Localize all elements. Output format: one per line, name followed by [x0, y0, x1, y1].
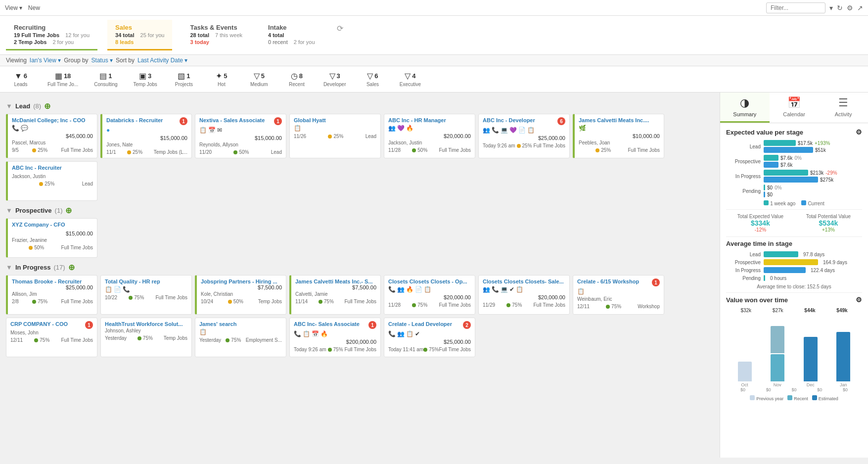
- card-abc-hr-title: ABC Inc - HR Manager: [388, 117, 471, 123]
- bar-inprogress-prev: [764, 170, 808, 176]
- lead-add-btn[interactable]: ⊕: [44, 101, 50, 111]
- card-closets-op[interactable]: Closets Closets Closets - Op... 📞👥🔥📄📋 $2…: [384, 275, 475, 315]
- filter-input[interactable]: [766, 2, 825, 13]
- chip-sales[interactable]: ▽ 6 Sales: [358, 69, 387, 89]
- card-xyz-cfo-person: Frazier, Jeanine: [12, 237, 93, 243]
- card-abc-hr[interactable]: ABC Inc - HR Manager 👥💜🔥 $20,000.00 Jack…: [384, 114, 475, 158]
- tab-sales[interactable]: Sales 34 total 25 for you 8 leads: [107, 20, 172, 50]
- card-jobspring[interactable]: Jobspring Partners - Hiring ... $7,500.0…: [195, 275, 286, 315]
- sort-by-label: Sort by: [116, 57, 135, 64]
- card-nextiva-amount: $15,000.00: [199, 135, 282, 141]
- chip-tempjobs[interactable]: ▣ 3 Temp Jobs: [130, 69, 161, 89]
- won-nov-recent-bar: [771, 354, 784, 381]
- summary-tab-label: Summary: [733, 111, 756, 117]
- tab-summary[interactable]: ◑ Summary: [720, 93, 770, 123]
- inprogress-caret[interactable]: ▼: [6, 264, 12, 271]
- chip-projects[interactable]: ▧ 1 Projects: [169, 69, 199, 89]
- card-total-quality[interactable]: Total Quality - HR rep 📋📄📞 10/22 75% Ful…: [100, 275, 192, 315]
- expected-value-title: Expected value per stage ⚙: [726, 128, 862, 136]
- export-btn[interactable]: ↗: [857, 4, 863, 12]
- filter-dropdown-btn[interactable]: ▾: [829, 4, 833, 12]
- card-james-search-footer: Yesterday 75% Employment S...: [199, 337, 282, 343]
- chip-sales-icon: ▽: [367, 71, 373, 81]
- calendar-icon: 📅: [787, 96, 801, 109]
- card-thomas-brooke[interactable]: Thomas Brooke - Recruiter $25,000.00 All…: [6, 275, 97, 315]
- card-closets-op-icons: 📞👥🔥📄📋: [388, 286, 471, 293]
- card-global-hyatt-footer: 11/26 25% Lead: [294, 134, 376, 139]
- card-thomas-brooke-footer: 2/8 75% Full Time Jobs: [12, 299, 93, 304]
- chip-recent-icon: ◷: [291, 71, 298, 81]
- progress-dot: [127, 150, 131, 154]
- card-james-meats-s-footer: 11/14 75% Full Time Jobs: [295, 299, 376, 304]
- view-bar: Viewing Ian's View ▾ Group by Status ▾ S…: [0, 55, 868, 66]
- sort-by-dropdown[interactable]: Last Activity Date ▾: [137, 57, 187, 64]
- inprogress-add-btn[interactable]: ⊕: [68, 263, 75, 272]
- card-mcdaniel-title: McDaniel College; Inc - COO: [12, 117, 93, 123]
- card-crelate-lead-dev[interactable]: Crelate - Lead Developer 2 📞👥📋✔ $25,000.…: [384, 318, 475, 357]
- chip-fulltime[interactable]: ▦ 18 Full Time Jo...: [44, 69, 82, 89]
- view-name-dropdown[interactable]: Ian's View ▾: [30, 57, 61, 64]
- tab-activity[interactable]: ☰ Activity: [819, 93, 868, 123]
- card-databricks[interactable]: Databricks - Recruiter 1 ● $15,000.00 Jo…: [100, 114, 192, 158]
- card-mcdaniel-person: Pascel, Marcus: [12, 140, 93, 145]
- prospective-add-btn[interactable]: ⊕: [65, 206, 72, 215]
- card-abc-sales-assoc[interactable]: ABC Inc- Sales Associate 1 📞📋📅🔥 $200,000…: [289, 318, 381, 357]
- top-bar-left: View ▾ New: [5, 4, 40, 11]
- tab-intake[interactable]: Intake 4 total 0 recent 2 for you: [260, 20, 323, 50]
- tab-intake-row2: 0 recent 2 for you: [268, 39, 315, 45]
- prospective-caret[interactable]: ▼: [6, 207, 12, 214]
- card-crelate-lead-dev-badge: 2: [463, 321, 471, 329]
- progress-dot: [137, 336, 141, 340]
- totals-row: Total Expected Value $334k -12% Total Po…: [726, 214, 862, 232]
- card-global-hyatt[interactable]: Global Hyatt 📋 11/26 25% Lead: [289, 114, 381, 158]
- view-button[interactable]: View ▾: [5, 4, 22, 11]
- chip-developer-icon: ▽: [329, 71, 335, 81]
- chip-projects-icon: ▧: [178, 71, 185, 81]
- chip-executive[interactable]: ▽ 4 Executive: [395, 69, 425, 89]
- tab-tasks[interactable]: Tasks & Events 28 total 7 this week 3 to…: [182, 20, 250, 50]
- progress-dot: [412, 303, 416, 307]
- tab-tasks-row2: 3 today: [190, 39, 242, 45]
- chip-hot[interactable]: ✦ 5 Hot: [207, 69, 236, 89]
- lead-group-label: Lead: [15, 102, 30, 110]
- card-nextiva-footer: 11/20 50% Lead: [199, 149, 282, 155]
- chip-consulting[interactable]: ▤ 1 Consulting: [90, 69, 121, 89]
- progress-dot: [595, 148, 599, 152]
- card-jobspring-title: Jobspring Partners - Hiring ...: [201, 278, 282, 284]
- card-james-meats[interactable]: James Calvetti Meats Inc.... 🌿 $10,000.0…: [573, 114, 664, 158]
- progress-dot: [226, 338, 229, 342]
- summary-icon: ◑: [740, 96, 749, 109]
- lead-count: (8): [33, 102, 41, 110]
- progress-dot: [412, 148, 416, 152]
- card-james-search[interactable]: James' search 📋 Yesterday 75% Employment…: [195, 318, 286, 357]
- card-abc-recruiter[interactable]: ABC Inc - Recruiter Jackson, Justin 25% …: [6, 161, 97, 201]
- won-nov-prev-bar: [771, 326, 784, 353]
- expected-value-legend: 1 week ago Current: [726, 200, 862, 206]
- new-button[interactable]: New: [28, 4, 40, 11]
- refresh-btn[interactable]: ↻: [837, 4, 843, 12]
- lead-caret[interactable]: ▼: [6, 102, 12, 110]
- card-abc-sales-assoc-title: ABC Inc- Sales Associate 1: [294, 321, 376, 329]
- card-abc-dev[interactable]: ABC Inc - Developer 6 👥📞💻💜📄📋 $25,000.00 …: [478, 114, 570, 158]
- card-mcdaniel[interactable]: McDaniel College; Inc - COO 📞💬 $45,000.0…: [6, 114, 97, 158]
- settings-btn[interactable]: ⚙: [847, 4, 853, 12]
- card-crelate-workshop[interactable]: Crelate - 6/15 Workshop 1 📋 Weinbaum, Er…: [573, 275, 664, 315]
- card-james-meats-s[interactable]: James Calvetti Meats Inc.- S... $7,500.0…: [289, 275, 381, 315]
- card-nextiva[interactable]: Nextiva - Sales Associate 1 📋📅✉ $15,000.…: [195, 114, 286, 158]
- card-xyz-cfo[interactable]: XYZ Company - CFO $15,000.00 Frazier, Je…: [6, 218, 97, 258]
- tab-calendar[interactable]: 📅 Calendar: [770, 93, 819, 123]
- card-crp-coo[interactable]: CRP COMPANY - COO 1 Moses, John 12/11 75…: [6, 318, 97, 357]
- bar-prospective: Prospective $7.6k 0% $7.6k: [726, 155, 862, 168]
- card-healthtrust[interactable]: HealthTrust Workforce Solut... Johnson, …: [100, 318, 192, 357]
- card-abc-sales-assoc-icons: 📞📋📅🔥: [294, 330, 376, 337]
- chip-leads[interactable]: ▼ 6 Leads: [6, 70, 36, 89]
- tab-intake-title: Intake: [268, 24, 315, 31]
- chip-medium[interactable]: ▽ 5 Medium: [244, 69, 274, 89]
- card-thomas-brooke-amount: $25,000.00: [12, 284, 93, 290]
- chip-recent[interactable]: ◷ 8 Recent: [282, 69, 312, 89]
- tab-recruiting[interactable]: Recruiting 19 Full Time Jobs 12 for you …: [6, 20, 97, 50]
- card-closets-sale[interactable]: Closets Closets Closets- Sale... 👥📞💻✔📋 $…: [478, 275, 570, 315]
- group-by-dropdown[interactable]: Status ▾: [91, 57, 113, 64]
- chip-developer[interactable]: ▽ 3 Developer: [320, 69, 350, 89]
- card-xyz-cfo-amount: $15,000.00: [12, 231, 93, 236]
